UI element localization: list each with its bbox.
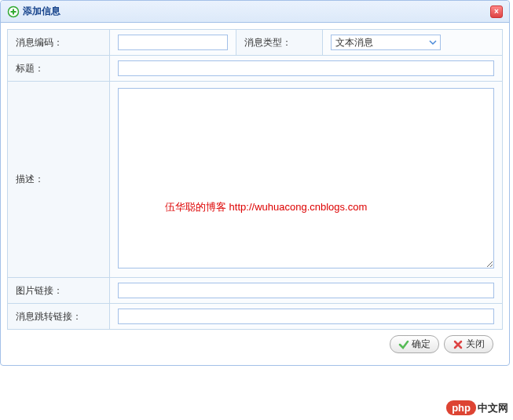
ok-button-label: 确定 (412, 338, 431, 351)
msg-type-value: 文本消息 (335, 36, 373, 49)
php-pill: php (446, 400, 476, 415)
cell-image-link (110, 278, 503, 304)
dialog-header: 添加信息 × (1, 1, 509, 23)
dialog-body: 消息编码： 消息类型： 文本消息 标题： (1, 23, 509, 365)
dialog-title-wrap: 添加信息 (7, 5, 60, 18)
add-icon (7, 5, 20, 18)
label-msg-code: 消息编码： (8, 30, 110, 56)
dialog-title: 添加信息 (23, 5, 60, 18)
title-input[interactable] (118, 60, 494, 76)
label-msg-type: 消息类型： (236, 30, 323, 56)
cell-jump-link (110, 304, 503, 330)
label-desc: 描述： (8, 82, 110, 278)
close-icon: × (494, 7, 499, 16)
cell-desc (110, 82, 503, 278)
msg-code-input[interactable] (118, 35, 228, 50)
row-jump-link: 消息跳转链接： (8, 304, 503, 330)
row-image-link: 图片链接： (8, 278, 503, 304)
cell-title (110, 56, 503, 82)
cell-msg-type: 文本消息 (323, 30, 503, 56)
svg-rect-2 (11, 11, 16, 13)
php-text: 中文网 (478, 401, 508, 415)
msg-type-combobox[interactable]: 文本消息 (331, 35, 441, 50)
add-info-dialog: 添加信息 × 消息编码： 消息类型： 文本消息 (0, 0, 510, 366)
image-link-input[interactable] (118, 283, 494, 298)
label-title: 标题： (8, 56, 110, 82)
label-image-link: 图片链接： (8, 278, 110, 304)
row-desc: 描述： (8, 82, 503, 278)
close-button[interactable]: 关闭 (444, 335, 493, 353)
close-button-label: 关闭 (466, 338, 485, 351)
row-title: 标题： (8, 56, 503, 82)
row-msg-code-type: 消息编码： 消息类型： 文本消息 (8, 30, 503, 56)
cell-msg-code (110, 30, 236, 56)
dialog-close-button[interactable]: × (490, 5, 503, 18)
label-jump-link: 消息跳转链接： (8, 304, 110, 330)
chevron-down-icon (427, 37, 438, 48)
ok-button[interactable]: 确定 (390, 335, 439, 353)
jump-link-input[interactable] (118, 309, 494, 324)
x-icon (453, 339, 464, 350)
dialog-footer: 确定 关闭 (7, 330, 503, 359)
check-icon (398, 339, 409, 350)
form-table: 消息编码： 消息类型： 文本消息 标题： (7, 29, 503, 330)
desc-textarea[interactable] (118, 88, 494, 268)
php-cn-badge: php 中文网 (446, 400, 508, 415)
